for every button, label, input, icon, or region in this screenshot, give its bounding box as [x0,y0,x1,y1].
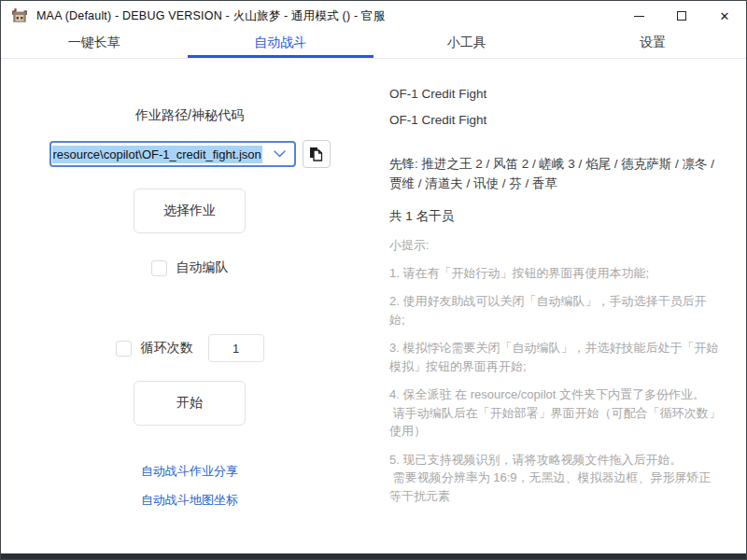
tab-tools[interactable]: 小工具 [374,31,560,58]
tip-item: 1. 请在有「开始行动」按钮的界面再使用本功能; [389,264,722,283]
tip-item: 2. 使用好友助战可以关闭「自动编队」，手动选择干员后开始; [389,292,722,329]
maximize-button[interactable] [660,1,703,31]
select-job-button[interactable]: 选择作业 [134,189,246,233]
maa-logo-icon [11,7,28,24]
operator-list: 先锋: 推进之王 2 / 风笛 2 / 嵯峨 3 / 焰尾 / 德克萨斯 / 凛… [389,155,722,194]
tips-header: 小提示: [389,237,722,254]
main-content: 作业路径/神秘代码 resource\copilot\OF-1_credit_f… [1,59,746,553]
auto-squad-label: 自动编队 [176,259,229,276]
tab-farming[interactable]: 一键长草 [1,31,188,58]
window-bottom-edge [1,553,746,559]
tab-copilot-label: 自动战斗 [254,35,306,49]
copilot-map-coords-link[interactable]: 自动战斗地图坐标 [141,492,238,509]
active-tab-underline [188,55,374,58]
start-button[interactable]: 开始 [134,381,246,426]
title-bar: MAA (Default) - DEBUG VERSION - 火山旅梦 - 通… [1,1,746,31]
minimize-icon [634,16,644,17]
loop-times-checkbox[interactable] [116,341,132,357]
job-path-label: 作业路径/神秘代码 [135,107,244,124]
close-button[interactable]: ✕ [703,1,746,31]
operator-count: 共 1 名干员 [389,208,722,225]
copilot-controls-panel: 作业路径/神秘代码 resource\copilot\OF-1_credit_f… [1,59,378,553]
tip-item: 5. 现已支持视频识别，请将攻略视频文件拖入后开始。 需要视频分辨率为 16:9… [389,451,722,506]
window-title: MAA (Default) - DEBUG VERSION - 火山旅梦 - 通… [36,8,385,24]
tab-bar: 一键长草 自动战斗 小工具 设置 [1,31,746,59]
copilot-info-panel: OF-1 Credit Fight OF-1 Credit Fight 先锋: … [378,59,746,553]
job-path-value: resource\copilot\OF-1_credit_fight.json [52,146,262,163]
close-icon: ✕ [720,10,730,22]
copy-path-button[interactable] [303,140,331,168]
tab-settings[interactable]: 设置 [560,31,747,58]
tip-item: 4. 保全派驻 在 resource/copilot 文件夹下内置了多份作业。 … [389,385,722,441]
tip-item: 3. 模拟悖论需要关闭「自动编队」，并选好技能后处于「开始模拟」按钮的界面再开始… [389,339,722,375]
copy-icon [309,147,323,161]
copilot-subtitle: OF-1 Credit Fight [389,113,722,127]
loop-times-label: 循环次数 [141,340,193,357]
auto-squad-row: 自动编队 [151,259,229,276]
job-path-combobox[interactable]: resource\copilot\OF-1_credit_fight.json [49,141,296,167]
job-path-row: resource\copilot\OF-1_credit_fight.json [49,140,331,168]
app-window: MAA (Default) - DEBUG VERSION - 火山旅梦 - 通… [0,0,747,560]
chevron-down-icon[interactable] [266,150,294,158]
loop-count-input[interactable] [208,334,264,362]
loop-times-row: 循环次数 [116,334,264,362]
copilot-share-link[interactable]: 自动战斗作业分享 [141,463,238,480]
minimize-button[interactable] [617,1,660,31]
copilot-title: OF-1 Credit Fight [389,87,722,101]
auto-squad-checkbox[interactable] [151,260,167,276]
maximize-icon [677,11,686,21]
tab-copilot[interactable]: 自动战斗 [188,31,374,58]
